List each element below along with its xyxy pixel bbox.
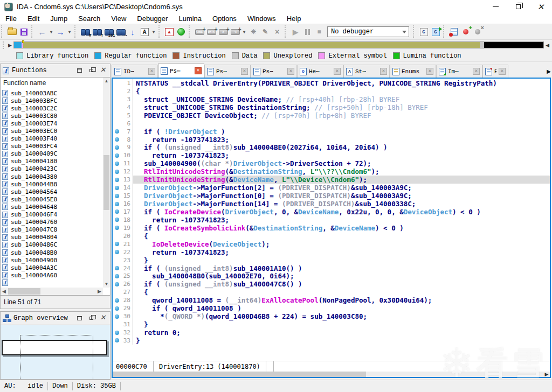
tab-overflow-arrow[interactable]: ▶	[547, 68, 551, 74]
code-line[interactable]: 5 PDEVICE_OBJECT DeviceObject; // [rsp+7…	[113, 111, 550, 120]
function-list-item[interactable]: fsub_140003C80	[1, 112, 103, 120]
code-line[interactable]: 4 struct _UNICODE_STRING DestinationStri…	[113, 103, 550, 111]
breakpoint-dot[interactable]	[115, 194, 119, 198]
code-horizontal-scrollbar[interactable]: ▶	[113, 372, 550, 377]
breakpoint-gutter[interactable]	[113, 162, 121, 166]
breakpoint-gutter[interactable]	[113, 194, 121, 198]
debugger-select-dropdown[interactable]: No debugger	[327, 26, 409, 37]
graph-viewport-rect[interactable]	[20, 335, 93, 380]
breakpoint-gutter[interactable]	[113, 145, 121, 150]
function-list-item[interactable]: fsub_1400044B8	[1, 180, 103, 188]
tab-he[interactable]: He⋯✕	[297, 65, 343, 78]
function-list-item[interactable]: fsub_140004760	[1, 219, 103, 226]
breakpoint-dot[interactable]	[115, 129, 119, 134]
code-line[interactable]: 24 if ( (unsigned __int8)sub_140001A10()…	[113, 264, 550, 272]
navband-left-arrow[interactable]: ▶	[6, 43, 13, 48]
navigation-band[interactable]	[13, 41, 544, 48]
breakpoint-gutter[interactable]	[113, 153, 121, 158]
breakpoint-gutter[interactable]	[113, 282, 121, 286]
breakpoint-dot[interactable]	[115, 162, 119, 166]
function-list-item[interactable]: fsub_140003C2C	[1, 104, 103, 112]
code-line[interactable]: 33}	[113, 337, 550, 345]
menu-edit[interactable]: Edit	[22, 15, 45, 23]
make-code-button[interactable]: CODE+	[194, 26, 205, 38]
breakpoint-gutter[interactable]	[113, 178, 121, 182]
breakpoint-dot[interactable]	[115, 170, 119, 174]
scroll-up-arrow[interactable]: ▲	[103, 78, 110, 85]
search-again-button[interactable]: →	[115, 26, 126, 38]
menu-options[interactable]: Options	[207, 15, 242, 23]
breakpoint-gutter[interactable]	[113, 274, 121, 278]
function-list-item[interactable]: fsub_1400046F4	[1, 211, 103, 219]
jump-forward-menu-button[interactable]: ▾	[67, 26, 72, 38]
breakpoint-gutter[interactable]	[113, 331, 121, 335]
tab-close-icon[interactable]: ✕	[499, 68, 506, 75]
maximize-panel-button[interactable]	[75, 67, 83, 74]
breakpoint-gutter[interactable]	[113, 202, 121, 206]
code-line[interactable]: 3 struct _UNICODE_STRING DeviceName; // …	[113, 95, 550, 103]
code-line[interactable]: 22 return -1073741823;	[113, 248, 550, 256]
breakpoint-dot[interactable]	[115, 186, 119, 190]
make-name-button[interactable]: A+	[218, 26, 229, 38]
scroll-thumb[interactable]	[8, 288, 40, 295]
breakpoint-gutter[interactable]	[113, 209, 121, 214]
code-line[interactable]: 20 {	[113, 232, 550, 240]
breakpoint-dot[interactable]	[115, 153, 119, 158]
tab-close-icon[interactable]: ✕	[148, 68, 155, 75]
tab-close-icon[interactable]: ✕	[241, 68, 248, 75]
breakpoint-dot[interactable]	[115, 274, 119, 278]
function-list-item[interactable]: fsub_1400048B0	[1, 249, 103, 256]
show-problems-button[interactable]: ▲	[164, 26, 175, 38]
attach-to-process-button[interactable]: c	[418, 26, 429, 38]
function-list-item[interactable]: fsub_140004900	[1, 256, 103, 264]
menu-jump[interactable]: Jump	[45, 15, 73, 23]
breakpoint-dot[interactable]	[115, 331, 119, 335]
function-list-item[interactable]: fsub_140003EC0	[1, 127, 103, 135]
menu-windows[interactable]: Windows	[242, 15, 281, 23]
code-line[interactable]: 10 return -1073741823;	[113, 151, 550, 159]
tab-ps[interactable]: Ps⋯✕	[158, 64, 204, 78]
breakpoint-dot[interactable]	[115, 250, 119, 254]
breakpoint-gutter[interactable]	[113, 129, 121, 134]
breakpoint-gutter[interactable]	[113, 306, 121, 311]
jump-back-menu-button[interactable]: ▾	[49, 26, 54, 38]
breakpoint-delete-button[interactable]	[472, 26, 483, 38]
open-file-button[interactable]	[6, 26, 17, 38]
function-list-item[interactable]: fsub_140004564	[1, 188, 103, 195]
tab-id[interactable]: ID⋯✕	[112, 65, 158, 78]
functions-vertical-scrollbar[interactable]: ▲ ▼	[103, 78, 110, 288]
functions-horizontal-scrollbar[interactable]: ◀ ▶	[1, 288, 103, 295]
menu-lumina[interactable]: Lumina	[173, 15, 207, 23]
code-line[interactable]: 23 }	[113, 256, 550, 264]
restore-button[interactable]	[507, 0, 529, 13]
minimize-button[interactable]	[484, 0, 507, 13]
scroll-down-arrow[interactable]: ▼	[103, 281, 110, 288]
code-line[interactable]: 17 if ( IoCreateDevice(DriverObject, 0, …	[113, 208, 550, 216]
scroll-right-arrow[interactable]: ▶	[96, 288, 103, 295]
jump-to-address-button[interactable]: ↓	[127, 26, 138, 38]
breakpoint-gutter[interactable]	[113, 298, 121, 303]
stop-debug-button[interactable]: ■	[314, 26, 325, 38]
tab-close-icon[interactable]: ✕	[334, 68, 341, 75]
search-immediate-button[interactable]: #	[80, 26, 91, 38]
breakpoint-dot[interactable]	[115, 306, 119, 311]
code-line[interactable]: 16 DriverObject->MajorFunction[14] = (PD…	[113, 200, 550, 208]
tab-ex[interactable]: Ex⋯✕	[482, 65, 508, 78]
breakpoint-gutter[interactable]	[113, 186, 121, 190]
tab-enums[interactable]: Enums✕	[390, 65, 436, 78]
start-debug-button[interactable]: ▶	[290, 26, 301, 38]
navband-right-arrow[interactable]: ◀	[544, 43, 551, 48]
breakpoint-gutter[interactable]	[113, 314, 121, 319]
breakpoint-gutter[interactable]	[113, 218, 121, 222]
undefine-button[interactable]: ×	[272, 26, 282, 38]
function-list-item[interactable]: fsub_14000486C	[1, 241, 103, 249]
breakpoint-list-button[interactable]	[448, 26, 459, 38]
tab-close-icon[interactable]: ✕	[287, 68, 294, 75]
breakpoint-gutter[interactable]	[113, 266, 121, 270]
function-list-item[interactable]: fsub_140004804	[1, 234, 103, 241]
tab-close-icon[interactable]: ✕	[473, 68, 480, 75]
function-list-item[interactable]: fsub_140004380	[1, 173, 103, 180]
graph-overview-canvas[interactable]	[0, 325, 111, 380]
breakpoint-dot[interactable]	[115, 242, 119, 246]
jump-back-button[interactable]: ←	[37, 26, 47, 38]
